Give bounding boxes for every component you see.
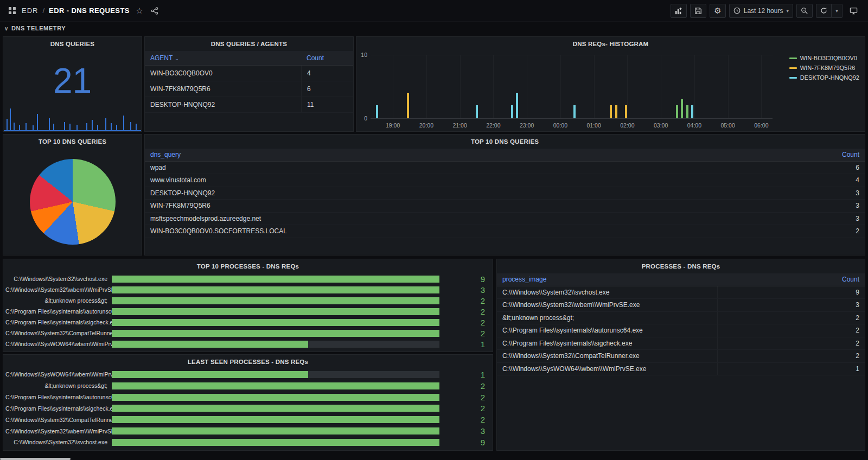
bar-gauge-label: &lt;unknown process&gt; [5,297,112,304]
count-cell: 2 [717,324,865,337]
column-header-count[interactable]: Count [501,151,865,158]
column-header-count[interactable]: Count [717,276,865,283]
bar-gauge-value: 2 [439,296,488,305]
count-cell: 11 [301,97,353,112]
refresh-interval-dropdown[interactable]: ▾ [832,4,843,18]
sparkline-bar [92,120,93,130]
apps-grid-icon[interactable] [7,5,17,16]
table-row: DESKTOP-HNQNQ9211 [145,97,353,113]
dns-query-cell: WIN-7FK8M79Q5R6 [145,202,501,209]
x-axis-tick-label: 21:00 [453,122,467,129]
table-row: &lt;unknown process&gt;2 [497,312,865,325]
zoom-out-icon [801,7,808,15]
panel-title[interactable]: DNS REQs- HISTOGRAM [356,37,865,51]
bar-gauge-row: C:\\Windows\\System32\\svchost.exe9 [5,274,488,284]
process-image-cell: &lt;unknown process&gt; [497,314,717,322]
sparkline-bar [49,118,50,130]
panel-title[interactable]: PROCESSES - DNS REQs [497,259,865,273]
pie-chart [30,159,116,245]
legend-item[interactable]: WIN-7FK8M79Q5R6 [789,65,859,71]
refresh-button[interactable] [816,4,832,18]
horizontal-scrollbar-thumb[interactable] [0,458,71,460]
dashboard-settings-button[interactable]: ⚙ [710,4,725,18]
table-body: WIN-BO3C0QB0OV04WIN-7FK8M79Q5R66DESKTOP-… [145,66,353,113]
table-row: DESKTOP-HNQNQ923 [145,187,865,200]
bar-gauge-fill [112,297,439,304]
zoom-out-button[interactable] [796,4,813,18]
bar-gauge-value: 9 [439,438,488,447]
column-header-agent[interactable]: AGENT⌄ [145,54,301,62]
gridline [627,55,628,118]
bar-gauge-label: C:\\Windows\\System32\\CompatTelRunner..… [5,417,112,423]
panel-dns-queries-agents: DNS QUERIES / AGENTS AGENT⌄ Count WIN-BO… [144,36,354,132]
dns-query-cell: wpad [145,164,501,171]
agent-cell: WIN-7FK8M79Q5R6 [145,85,301,93]
chevron-down-icon: ∨ [4,25,9,31]
panel-title[interactable]: DNS QUERIES [3,37,142,51]
bar-gauge-value: 2 [439,381,488,391]
monitor-icon [850,7,858,15]
bar-gauge-fill [112,427,439,435]
bar-gauge-row: C:\\Program Files\\sysinternals\\sigchec… [5,403,488,413]
panel-title[interactable]: TOP 10 DNS QUERIES [145,135,865,149]
table-row: WIN-7FK8M79Q5R66 [145,81,353,97]
count-cell: 1 [717,363,865,375]
breadcrumb-dashboard-title[interactable]: EDR - DNS REQUESTS [49,7,130,15]
column-header-dns-query[interactable]: dns_query [145,151,501,158]
bar-gauge-track [112,405,439,412]
bar-gauge-row: C:\\Windows\\SysWOW64\\wbem\\WmiPrvS...1 [5,339,488,349]
table-header: dns_query Count [145,149,865,162]
x-axis-tick-label: 00:00 [553,122,567,129]
panel-title[interactable]: DNS QUERIES / AGENTS [145,37,353,51]
sparkline-bar [25,123,27,130]
table-row: WIN-7FK8M79Q5R63 [145,200,865,213]
legend: WIN-BO3C0QB0OV0WIN-7FK8M79Q5R6DESKTOP-HN… [789,55,859,81]
count-cell: 4 [301,66,353,81]
legend-item[interactable]: DESKTOP-HNQNQ92 [789,74,859,81]
x-axis-tick-label: 02:00 [620,122,634,129]
count-cell: 3 [501,187,865,200]
column-header-process-image[interactable]: process_image [497,276,717,283]
pie-chart-wrap [3,149,142,255]
y-axis-min-label: 0 [358,115,367,122]
bar-gauge-row: C:\\Windows\\SysWOW64\\wbem\\WmiPrvS...1 [5,369,488,380]
bar-gauge-label: &lt;unknown process&gt; [5,382,112,389]
gridline [761,55,762,118]
panel-top10-dns-table: TOP 10 DNS QUERIES dns_query Count wpad6… [144,134,865,255]
sparkline-bar [14,123,15,130]
gridline [371,55,773,55]
panel-least-seen-processes: LEAST SEEN PROCESSES - DNS REQs C:\\Wind… [3,354,493,451]
process-image-cell: C:\\Windows\\System32\\wbem\\WmiPrvSE.ex… [497,301,717,309]
add-panel-button[interactable] [671,4,687,18]
panel-title[interactable]: TOP 10 PROCESSES - DNS REQs [3,259,493,273]
time-range-label: Last 12 hours [744,7,783,15]
legend-item[interactable]: WIN-BO3C0QB0OV0 [789,55,859,61]
save-dashboard-button[interactable] [690,4,706,18]
bar-gauge-fill [112,341,308,348]
panel-title[interactable]: LEAST SEEN PROCESSES - DNS REQs [3,355,493,369]
panel-title[interactable]: TOP 10 DNS QUERIES [3,135,142,149]
row-dns-telemetry[interactable]: ∨ DNS TELEMETRY [4,25,66,31]
sparkline-bar [86,123,87,130]
column-header-count[interactable]: Count [301,54,353,62]
time-range-picker[interactable]: Last 12 hours ▾ [729,4,793,18]
panel-processes-table: PROCESSES - DNS REQs process_image Count… [496,259,865,451]
sparkline-bar [7,119,8,130]
histogram-plot: 19:0020:0021:0022:0023:0000:0001:0002:00… [371,55,773,119]
legend-swatch-icon [789,67,797,69]
bar-gauge-body: C:\\Windows\\SysWOW64\\wbem\\WmiPrvS...1… [5,369,488,448]
kiosk-mode-button[interactable] [846,4,861,18]
bar-gauge-track [112,439,439,446]
bar-gauge-track [112,382,439,389]
x-axis-tick-label: 22:00 [486,122,500,129]
sparkline-bar [136,124,137,130]
agent-cell: WIN-BO3C0QB0OV0 [145,69,301,77]
x-axis-tick-label: 23:00 [520,122,534,129]
favorite-star-icon[interactable]: ☆ [134,5,145,16]
x-axis-tick-label: 01:00 [587,122,601,129]
share-icon[interactable] [149,5,160,16]
bar-gauge-row: C:\\Program Files\\sysinternals\\sigchec… [5,317,488,328]
breadcrumb-folder[interactable]: EDR [22,7,38,15]
sparkline-bar [76,125,78,130]
count-cell: 9 [717,286,865,299]
